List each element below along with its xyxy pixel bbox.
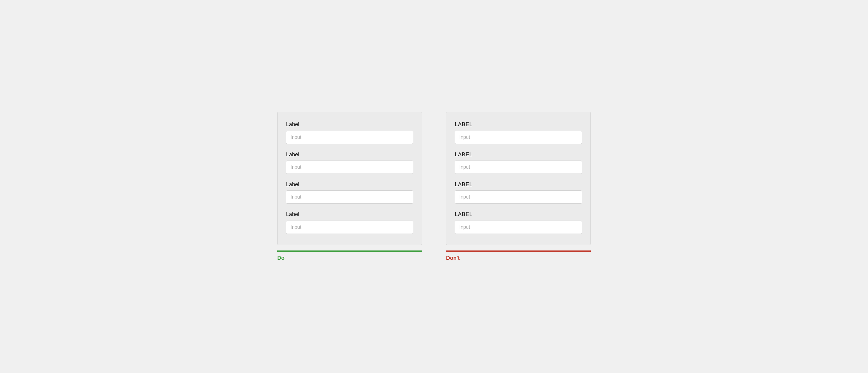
dont-field-4: LABEL <box>455 211 582 234</box>
dont-field-1: LABEL <box>455 121 582 144</box>
do-input-1[interactable] <box>286 131 413 144</box>
dont-input-2[interactable] <box>455 161 582 174</box>
do-example-wrapper: Label Label Label Label Do <box>277 112 422 261</box>
dont-input-1[interactable] <box>455 131 582 144</box>
do-input-3[interactable] <box>286 191 413 204</box>
do-form-card: Label Label Label Label <box>277 112 422 245</box>
dont-field-2: LABEL <box>455 151 582 174</box>
dont-indicator-bar <box>446 251 591 252</box>
dont-label-3: LABEL <box>455 181 582 188</box>
dont-label-2: LABEL <box>455 151 582 158</box>
dont-example-wrapper: LABEL LABEL LABEL LABEL Don't <box>446 112 591 261</box>
do-input-4[interactable] <box>286 221 413 234</box>
do-input-2[interactable] <box>286 161 413 174</box>
do-field-3: Label <box>286 181 413 204</box>
do-field-4: Label <box>286 211 413 234</box>
do-field-1: Label <box>286 121 413 144</box>
dont-input-3[interactable] <box>455 191 582 204</box>
dont-label-1: LABEL <box>455 121 582 128</box>
page-container: Label Label Label Label Do LABEL <box>223 112 645 261</box>
do-indicator-label: Do <box>277 255 422 261</box>
dont-field-3: LABEL <box>455 181 582 204</box>
do-indicator-bar <box>277 251 422 252</box>
dont-indicator-label: Don't <box>446 255 591 261</box>
dont-input-4[interactable] <box>455 221 582 234</box>
do-label-3: Label <box>286 181 413 188</box>
do-field-2: Label <box>286 151 413 174</box>
do-label-1: Label <box>286 121 413 128</box>
dont-form-card: LABEL LABEL LABEL LABEL <box>446 112 591 245</box>
do-label-4: Label <box>286 211 413 218</box>
dont-label-4: LABEL <box>455 211 582 218</box>
do-label-2: Label <box>286 151 413 158</box>
